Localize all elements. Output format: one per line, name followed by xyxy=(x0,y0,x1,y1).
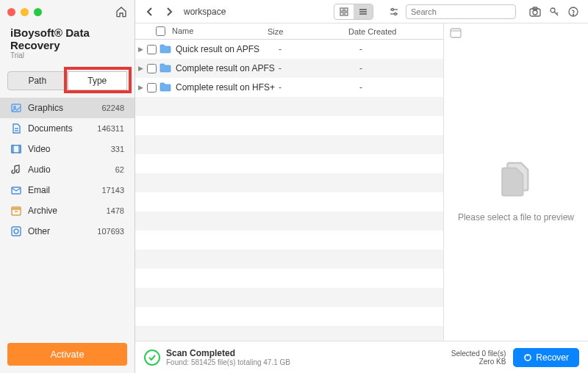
file-size: - xyxy=(279,44,359,54)
preview-placeholder-icon xyxy=(495,158,537,199)
row-checkbox[interactable] xyxy=(147,83,157,93)
svg-point-23 xyxy=(395,12,397,15)
empty-row xyxy=(135,97,443,116)
status-ok-icon xyxy=(144,350,160,366)
file-date: - xyxy=(359,63,362,73)
table-row[interactable]: ▶Quick result on APFS-- xyxy=(135,40,443,59)
activate-button[interactable]: Activate xyxy=(7,343,127,366)
category-count: 331 xyxy=(111,145,124,153)
disclosure-icon[interactable]: ▶ xyxy=(138,65,146,72)
empty-row xyxy=(135,211,443,231)
search-box[interactable] xyxy=(406,4,516,19)
table-row[interactable]: ▶Complete result on HFS+-- xyxy=(135,78,443,97)
empty-row xyxy=(135,307,443,326)
recover-button[interactable]: Recover xyxy=(513,348,579,367)
svg-rect-34 xyxy=(451,29,461,37)
window-close[interactable] xyxy=(7,8,15,16)
selected-title: Selected 0 file(s) xyxy=(451,350,506,358)
category-label: Audio xyxy=(28,164,115,175)
svg-point-1 xyxy=(14,106,16,109)
svg-rect-14 xyxy=(345,8,348,11)
svg-rect-6 xyxy=(19,145,21,153)
disclosure-icon[interactable]: ▶ xyxy=(138,46,146,53)
svg-line-31 xyxy=(556,12,558,14)
svg-rect-15 xyxy=(340,12,343,15)
folder-icon xyxy=(159,62,171,74)
empty-row xyxy=(135,250,443,269)
nav-forward[interactable] xyxy=(162,4,176,19)
archive-icon xyxy=(10,205,22,217)
folder-icon xyxy=(159,43,171,55)
empty-row xyxy=(135,116,443,135)
empty-row xyxy=(135,231,443,250)
svg-point-27 xyxy=(533,10,537,15)
svg-rect-12 xyxy=(12,227,21,236)
preview-message: Please select a file to preview xyxy=(458,212,574,222)
nav-back[interactable] xyxy=(143,4,157,19)
settings-icon[interactable] xyxy=(387,4,401,19)
category-graphics[interactable]: Graphics62248 xyxy=(0,98,135,118)
selected-detail: Zero KB xyxy=(451,358,506,366)
image-icon xyxy=(10,102,22,114)
camera-icon[interactable] xyxy=(528,4,542,19)
svg-point-22 xyxy=(392,8,394,10)
doc-icon xyxy=(10,123,22,134)
video-icon xyxy=(10,143,22,155)
disclosure-icon[interactable]: ▶ xyxy=(138,84,146,91)
svg-point-33 xyxy=(573,14,574,15)
empty-row xyxy=(135,135,443,154)
col-size: Size xyxy=(268,27,348,36)
view-list[interactable] xyxy=(354,4,373,19)
row-checkbox[interactable] xyxy=(147,64,157,73)
category-label: Other xyxy=(28,226,97,236)
col-name: Name xyxy=(172,26,193,35)
help-icon[interactable] xyxy=(566,4,581,19)
category-email[interactable]: Email17143 xyxy=(0,180,135,200)
category-label: Graphics xyxy=(28,103,101,113)
select-all-checkbox[interactable] xyxy=(156,26,165,36)
app-subtitle: Trial xyxy=(10,51,124,59)
file-size: - xyxy=(279,63,359,73)
category-count: 107693 xyxy=(97,227,124,236)
empty-row xyxy=(135,154,443,173)
category-other[interactable]: Other107693 xyxy=(0,221,135,242)
window-minimize[interactable] xyxy=(21,8,29,16)
status-detail: Found: 581425 file(s) totaling 47.1 GB xyxy=(166,358,290,366)
empty-row xyxy=(135,192,443,211)
folder-icon xyxy=(159,82,171,93)
row-checkbox[interactable] xyxy=(147,45,157,54)
category-count: 1478 xyxy=(107,206,124,215)
category-video[interactable]: Video331 xyxy=(0,139,135,159)
key-icon[interactable] xyxy=(547,4,562,19)
category-documents[interactable]: Documents146311 xyxy=(0,118,135,139)
file-name: Quick result on APFS xyxy=(176,44,279,54)
category-label: Video xyxy=(28,144,111,154)
empty-row xyxy=(135,326,443,341)
category-label: Archive xyxy=(28,206,107,216)
recover-icon xyxy=(523,353,532,362)
audio-icon xyxy=(10,164,22,175)
category-archive[interactable]: Archive1478 xyxy=(0,200,135,221)
file-date: - xyxy=(359,44,362,54)
search-input[interactable] xyxy=(411,7,512,16)
empty-row xyxy=(135,173,443,192)
tab-type[interactable]: Type xyxy=(68,71,128,90)
app-title: iBoysoft® Data Recovery xyxy=(10,26,124,51)
col-date: Date Created xyxy=(348,27,443,36)
breadcrumb: workspace xyxy=(184,7,226,17)
view-grid[interactable] xyxy=(334,4,354,19)
svg-rect-5 xyxy=(12,145,13,153)
category-audio[interactable]: Audio62 xyxy=(0,159,135,180)
status-title: Scan Completed xyxy=(166,348,290,358)
table-row[interactable]: ▶Complete result on APFS-- xyxy=(135,59,443,78)
recover-label: Recover xyxy=(536,352,569,363)
tab-path[interactable]: Path xyxy=(7,71,68,90)
file-date: - xyxy=(359,82,362,93)
file-size: - xyxy=(279,82,359,93)
window-zoom[interactable] xyxy=(34,8,42,16)
svg-point-11 xyxy=(14,229,18,233)
category-count: 62 xyxy=(115,165,124,174)
category-label: Documents xyxy=(28,123,97,134)
home-icon[interactable] xyxy=(115,6,127,18)
file-name: Complete result on APFS xyxy=(176,63,279,73)
